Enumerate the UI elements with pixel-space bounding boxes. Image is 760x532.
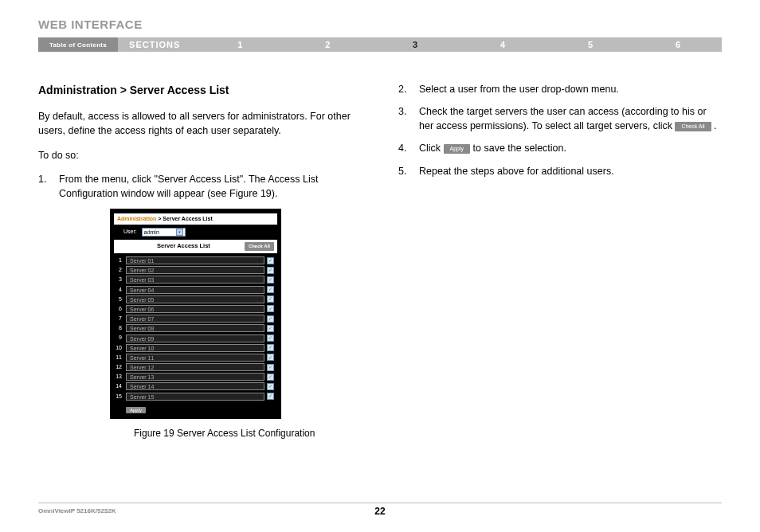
server-name: Server 02 (126, 266, 264, 274)
server-index: 9 (114, 334, 123, 342)
apply-button[interactable]: Apply (126, 407, 146, 413)
server-index: 14 (114, 382, 123, 390)
section-4[interactable]: 4 (459, 40, 546, 49)
server-name: Server 01 (126, 256, 264, 264)
step-text-a: Click (419, 143, 444, 154)
server-name: Server 03 (126, 276, 264, 284)
server-index: 8 (114, 324, 123, 332)
server-row: 1Server 01✓ (114, 256, 277, 265)
server-name: Server 08 (126, 324, 264, 332)
server-checkbox[interactable]: ✓ (267, 295, 274, 303)
server-checkbox[interactable]: ✓ (267, 374, 274, 381)
page-footer: OmniViewIP 5216K/5232K 22 (38, 503, 722, 514)
server-name: Server 15 (126, 393, 264, 401)
section-6[interactable]: 6 (634, 40, 722, 49)
section-2[interactable]: 2 (284, 40, 371, 49)
server-index: 12 (114, 363, 123, 371)
todo-text: To do so: (38, 148, 362, 162)
server-checkbox[interactable]: ✓ (267, 267, 274, 274)
server-row: 13Server 13✓ (114, 372, 277, 381)
check-all-inline-button: Check All (675, 122, 711, 131)
server-checkbox[interactable]: ✓ (267, 393, 274, 400)
server-row: 4Server 04✓ (114, 285, 277, 295)
step-number: 5. (398, 164, 419, 178)
server-row: 3Server 03✓ (114, 275, 277, 284)
user-select[interactable]: admin ▾ (142, 228, 186, 237)
server-checkbox[interactable]: ✓ (267, 286, 274, 293)
step-text: Check the target servers the user can ac… (419, 104, 722, 133)
server-checkbox[interactable]: ✓ (267, 315, 274, 323)
product-name: OmniViewIP 5216K/5232K (38, 507, 116, 514)
sections-label: SECTIONS (118, 40, 196, 49)
server-name: Server 07 (126, 315, 264, 323)
right-column: 2. Select a user from the user drop-down… (398, 82, 722, 445)
server-name: Server 13 (126, 373, 264, 381)
section-5[interactable]: 5 (546, 40, 634, 49)
server-name: Server 09 (126, 334, 264, 342)
section-heading: Administration > Server Access List (38, 82, 362, 98)
server-checkbox[interactable]: ✓ (267, 276, 274, 284)
server-checkbox[interactable]: ✓ (267, 325, 274, 332)
step-text: Repeat the steps above for additional us… (419, 164, 722, 178)
section-3[interactable]: 3 (371, 40, 459, 49)
step-text: Click Apply to save the selection. (419, 141, 722, 155)
breadcrumb-rest: > Server Access List (156, 216, 212, 221)
step-number: 2. (398, 82, 419, 96)
page-header: WEB INTERFACE (38, 18, 722, 31)
step-text-a: Check the target servers the user can ac… (419, 106, 707, 131)
server-index: 13 (114, 373, 123, 381)
step-text-b: to save the selection. (470, 143, 566, 154)
step-number: 3. (398, 104, 419, 133)
server-name: Server 04 (126, 286, 264, 294)
apply-inline-button: Apply (444, 144, 471, 154)
breadcrumb: Administration > Server Access List (114, 213, 277, 225)
page-number: 22 (374, 506, 385, 517)
toc-link[interactable]: Table of Contents (38, 37, 118, 52)
server-checkbox[interactable]: ✓ (267, 334, 274, 342)
step-text: From the menu, click "Server Access List… (59, 172, 362, 201)
figure: Administration > Server Access List User… (110, 209, 362, 440)
server-row: 2Server 02✓ (114, 265, 277, 275)
server-checkbox[interactable]: ✓ (267, 257, 274, 264)
section-nav: Table of Contents SECTIONS 1 2 3 4 5 6 (38, 37, 722, 52)
check-all-button[interactable]: Check All (245, 242, 274, 251)
server-checkbox[interactable]: ✓ (267, 364, 274, 371)
server-row: 6Server 06✓ (114, 304, 277, 314)
server-row: 10Server 10✓ (114, 343, 277, 353)
left-column: Administration > Server Access List By d… (38, 82, 362, 445)
server-row: 14Server 14✓ (114, 381, 277, 391)
step-number: 1. (38, 172, 59, 201)
server-index: 4 (114, 286, 123, 294)
server-checkbox[interactable]: ✓ (267, 344, 274, 351)
step-text-b: . (711, 120, 717, 131)
chevron-down-icon: ▾ (176, 229, 183, 236)
server-checkbox[interactable]: ✓ (267, 383, 274, 390)
server-name: Server 11 (126, 354, 264, 362)
server-index: 5 (114, 295, 123, 303)
server-row: 12Server 12✓ (114, 362, 277, 372)
intro-text: By default, access is allowed to all ser… (38, 109, 362, 138)
server-index: 10 (114, 344, 123, 352)
figure-caption: Figure 19 Server Access List Configurati… (134, 427, 362, 440)
server-index: 15 (114, 393, 123, 401)
step-text: Select a user from the user drop-down me… (419, 82, 722, 96)
section-1[interactable]: 1 (196, 40, 284, 49)
server-row: 8Server 08✓ (114, 323, 277, 333)
step-number: 4. (398, 141, 419, 155)
server-index: 6 (114, 305, 123, 313)
server-row: 9Server 09✓ (114, 333, 277, 342)
server-index: 7 (114, 315, 123, 323)
screenshot: Administration > Server Access List User… (110, 209, 281, 419)
server-index: 3 (114, 276, 123, 284)
server-checkbox[interactable]: ✓ (267, 305, 274, 312)
server-name: Server 14 (126, 382, 264, 390)
server-index: 1 (114, 256, 123, 264)
server-name: Server 10 (126, 344, 264, 352)
user-select-value: admin (144, 229, 159, 237)
breadcrumb-admin: Administration (117, 216, 156, 221)
server-row: 5Server 05✓ (114, 295, 277, 304)
server-row: 15Server 15✓ (114, 392, 277, 401)
server-checkbox[interactable]: ✓ (267, 354, 274, 361)
server-index: 2 (114, 266, 123, 274)
user-label: User: (123, 228, 137, 236)
